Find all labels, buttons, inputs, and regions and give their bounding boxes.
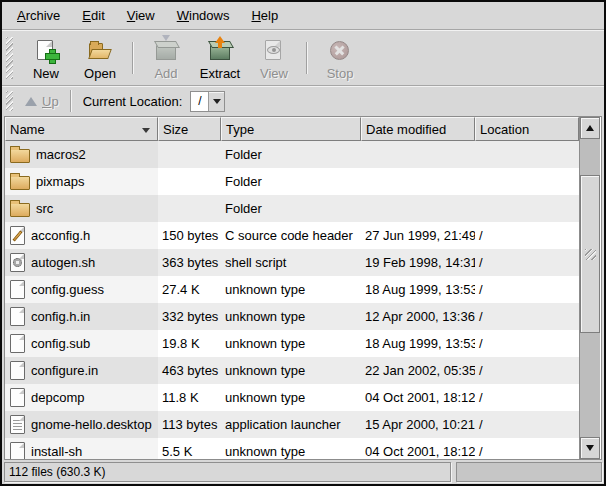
file-name-cell[interactable]: depcomp xyxy=(5,384,158,411)
menu-view[interactable]: View xyxy=(116,4,166,27)
file-size-cell: 332 bytes xyxy=(158,303,221,330)
toolbar-grip[interactable] xyxy=(6,37,13,79)
file-size-cell: 363 bytes xyxy=(158,249,221,276)
folder-icon xyxy=(10,203,30,217)
menu-bar: Archive Edit View Windows Help xyxy=(2,2,604,29)
new-archive-icon xyxy=(33,38,59,64)
file-name-cell[interactable]: pixmaps xyxy=(5,168,158,195)
file-location-cell xyxy=(475,141,579,168)
file-size-cell: 19.8 K xyxy=(158,330,221,357)
file-location-cell xyxy=(475,168,579,195)
file-date-modified-cell xyxy=(361,195,475,222)
vertical-scrollbar[interactable] xyxy=(579,117,600,459)
file-size-cell: 27.4 K xyxy=(158,276,221,303)
table-row[interactable]: config.h.in332 bytesunknown type12 Apr 2… xyxy=(5,303,579,330)
file-table: NameSizeTypeDate modifiedLocation macros… xyxy=(5,117,579,459)
file-name-cell[interactable]: gnome-hello.desktop xyxy=(5,411,158,438)
file-name-cell[interactable]: config.h.in xyxy=(5,303,158,330)
combo-dropdown-icon[interactable] xyxy=(209,92,224,111)
menu-help[interactable]: Help xyxy=(240,4,289,27)
scroll-up-button[interactable] xyxy=(580,117,600,139)
file-icon xyxy=(10,388,25,407)
file-type-cell: unknown type xyxy=(221,357,361,384)
column-header-size[interactable]: Size xyxy=(158,117,221,141)
file-type-cell: shell script xyxy=(221,249,361,276)
file-location-cell xyxy=(475,195,579,222)
extract-icon xyxy=(207,38,233,64)
file-date-modified-cell: 18 Aug 1999, 13:53 xyxy=(361,330,475,357)
new-button[interactable]: New xyxy=(19,36,73,81)
file-name-label: config.guess xyxy=(31,282,104,297)
column-header-location[interactable]: Location xyxy=(475,117,579,141)
file-name-label: install-sh xyxy=(31,444,82,459)
file-date-modified-cell xyxy=(361,168,475,195)
column-header-date-modified[interactable]: Date modified xyxy=(361,117,475,141)
file-name-cell[interactable]: config.guess xyxy=(5,276,158,303)
scrollbar-thumb[interactable] xyxy=(580,175,600,333)
menu-archive[interactable]: Archive xyxy=(6,4,71,27)
file-type-cell: unknown type xyxy=(221,384,361,411)
file-icon xyxy=(10,280,25,299)
location-combo[interactable]: / xyxy=(190,91,225,112)
table-row[interactable]: autogen.sh363 bytesshell script19 Feb 19… xyxy=(5,249,579,276)
scrollbar-trough[interactable] xyxy=(580,139,600,437)
file-name-cell[interactable]: macros2 xyxy=(5,141,158,168)
menu-edit[interactable]: Edit xyxy=(71,4,115,27)
table-row[interactable]: depcomp11.8 Kunknown type04 Oct 2001, 18… xyxy=(5,384,579,411)
file-type-cell: C source code header xyxy=(221,222,361,249)
table-row[interactable]: configure.in463 bytesunknown type22 Jan … xyxy=(5,357,579,384)
table-row[interactable]: acconfig.h150 bytesC source code header2… xyxy=(5,222,579,249)
file-location-cell: / xyxy=(475,249,579,276)
status-progress-area xyxy=(456,462,602,482)
view-file-icon xyxy=(261,38,287,64)
table-row[interactable]: macros2Folder xyxy=(5,141,579,168)
up-button: Up xyxy=(19,92,65,111)
file-date-modified-cell: 12 Apr 2000, 13:36 xyxy=(361,303,475,330)
table-row[interactable]: pixmapsFolder xyxy=(5,168,579,195)
file-name-cell[interactable]: install-sh xyxy=(5,438,158,459)
file-date-modified-cell: 04 Oct 2001, 18:12 xyxy=(361,438,475,459)
file-size-cell: 5.5 K xyxy=(158,438,221,459)
file-location-cell: / xyxy=(475,222,579,249)
file-name-cell[interactable]: config.sub xyxy=(5,330,158,357)
table-row[interactable]: gnome-hello.desktop113 bytesapplication … xyxy=(5,411,579,438)
file-name-label: config.h.in xyxy=(31,309,90,324)
file-name-label: acconfig.h xyxy=(31,228,90,243)
file-name-cell[interactable]: acconfig.h xyxy=(5,222,158,249)
table-row[interactable]: config.sub19.8 Kunknown type18 Aug 1999,… xyxy=(5,330,579,357)
column-header-name[interactable]: Name xyxy=(5,117,158,141)
column-header-type[interactable]: Type xyxy=(221,117,361,141)
location-combo-value: / xyxy=(191,92,209,111)
location-bar-grip[interactable] xyxy=(6,91,13,111)
scrollbar-grip-icon xyxy=(585,249,596,260)
open-button[interactable]: Open xyxy=(73,36,127,81)
scroll-down-icon xyxy=(586,445,594,451)
shell-script-file-icon xyxy=(10,253,25,272)
menu-windows[interactable]: Windows xyxy=(166,4,241,27)
file-name-cell[interactable]: src xyxy=(5,195,158,222)
file-location-cell: / xyxy=(475,330,579,357)
add-button: Add xyxy=(139,36,193,81)
file-list-area: NameSizeTypeDate modifiedLocation macros… xyxy=(4,116,602,460)
location-bar: Up Current Location: / xyxy=(2,87,604,115)
folder-icon xyxy=(10,149,30,163)
file-date-modified-cell: 15 Apr 2000, 10:21 xyxy=(361,411,475,438)
file-name-cell[interactable]: configure.in xyxy=(5,357,158,384)
file-icon xyxy=(10,334,25,353)
toolbar: New Open Add Extract View xyxy=(2,31,604,85)
table-row[interactable]: srcFolder xyxy=(5,195,579,222)
scroll-down-button[interactable] xyxy=(580,437,600,459)
file-icon xyxy=(10,442,25,459)
stop-icon xyxy=(327,38,353,64)
file-name-cell[interactable]: autogen.sh xyxy=(5,249,158,276)
up-arrow-icon xyxy=(25,97,37,106)
open-archive-icon xyxy=(87,38,113,64)
table-row[interactable]: config.guess27.4 Kunknown type18 Aug 199… xyxy=(5,276,579,303)
table-row[interactable]: install-sh5.5 Kunknown type04 Oct 2001, … xyxy=(5,438,579,459)
toolbar-separator xyxy=(306,42,308,74)
extract-button[interactable]: Extract xyxy=(193,36,247,81)
file-date-modified-cell xyxy=(361,141,475,168)
file-location-cell: / xyxy=(475,276,579,303)
file-name-label: macros2 xyxy=(36,147,86,162)
file-name-label: depcomp xyxy=(31,390,84,405)
